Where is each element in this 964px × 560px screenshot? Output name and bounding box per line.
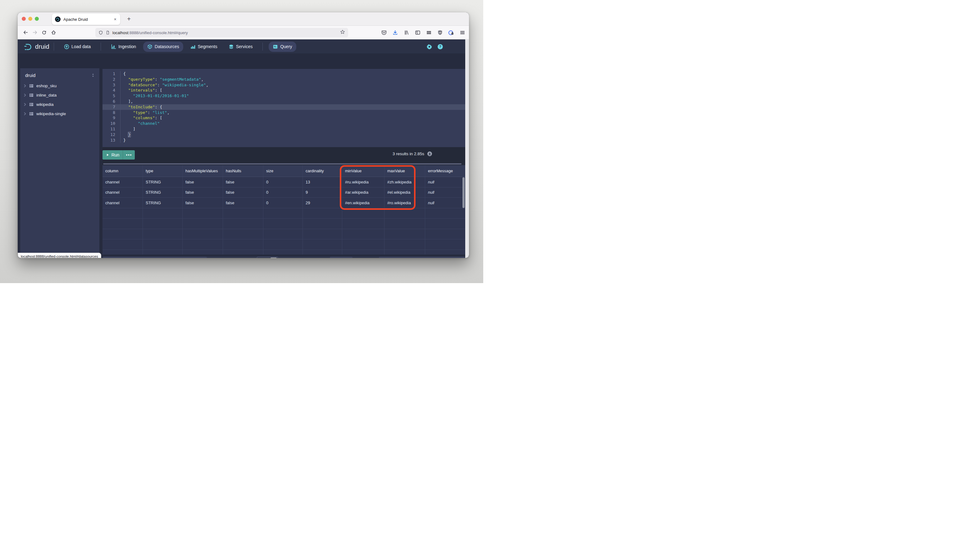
editor-line[interactable]: 10 "channel" bbox=[103, 121, 465, 127]
pocket-icon[interactable] bbox=[380, 29, 388, 37]
druid-logo[interactable]: druid bbox=[24, 43, 49, 50]
editor-line[interactable]: 3 "dataSource": "wikipedia-single", bbox=[103, 82, 465, 88]
tab-title: Apache Druid bbox=[64, 17, 113, 22]
nav-item-datasources[interactable]: Datasources bbox=[143, 42, 183, 52]
table-empty-cell bbox=[303, 208, 342, 219]
chevron-right-icon[interactable] bbox=[23, 102, 27, 107]
download-results-icon[interactable] bbox=[427, 151, 432, 156]
editor-line[interactable]: 9 "columns": [ bbox=[103, 115, 465, 121]
table-cell: STRING bbox=[143, 198, 182, 208]
code-text: "dataSource": "wikipedia-single", bbox=[120, 82, 208, 88]
editor-line[interactable]: 1{ bbox=[103, 71, 465, 77]
page-number-input[interactable]: 1 bbox=[257, 257, 278, 258]
sidebar-item-eshop_sku[interactable]: eshop_sku bbox=[20, 81, 99, 90]
table-row[interactable]: channelSTRINGfalsefalse013#ru.wikipedia#… bbox=[103, 177, 465, 187]
gear-icon[interactable] bbox=[427, 44, 432, 50]
sidebar-toggle-icon[interactable] bbox=[414, 29, 422, 37]
shield-icon[interactable] bbox=[98, 31, 103, 35]
editor-line[interactable]: 2 "queryType": "segmentMetadata", bbox=[103, 77, 465, 82]
nav-item-services[interactable]: Services bbox=[225, 42, 257, 52]
page-spinner[interactable] bbox=[270, 258, 277, 258]
code-text: } bbox=[120, 138, 126, 143]
tab-close-icon[interactable]: × bbox=[113, 17, 117, 22]
nav-item-query[interactable]: Query bbox=[269, 42, 296, 52]
url-text[interactable]: localhost:8888/unified-console.html#quer… bbox=[112, 31, 338, 35]
app-header: druid Load dataIngestionDatasourcesSegme… bbox=[18, 40, 465, 54]
bars-icon bbox=[191, 44, 195, 49]
table-header-hasMultipleValues[interactable]: hasMultipleValues bbox=[182, 165, 223, 177]
table-empty-cell bbox=[263, 229, 303, 239]
forward-icon[interactable] bbox=[30, 28, 39, 37]
chevron-right-icon[interactable] bbox=[23, 84, 27, 88]
vertical-scrollbar[interactable] bbox=[462, 177, 465, 208]
download-icon[interactable] bbox=[391, 29, 399, 37]
editor-line[interactable]: 5 "2013-01-01/2016-01-01" bbox=[103, 93, 465, 99]
editor-line[interactable]: 7 "toInclude": { bbox=[103, 104, 465, 110]
code-text: "channel" bbox=[120, 121, 160, 127]
table-cell: false bbox=[182, 187, 223, 198]
code-text: } bbox=[120, 132, 130, 138]
table-row[interactable]: channelSTRINGfalsefalse09#ar.wikipedia#e… bbox=[103, 187, 465, 198]
back-icon[interactable] bbox=[21, 28, 30, 37]
nav-item-load-data[interactable]: Load data bbox=[60, 42, 95, 52]
table-row[interactable]: channelSTRINGfalsefalse029#en.wikipedia#… bbox=[103, 198, 465, 208]
nav-item-segments[interactable]: Segments bbox=[186, 42, 221, 52]
table-cell: #el.wikipedia bbox=[384, 187, 425, 198]
url-bar[interactable]: localhost:8888/unified-console.html#quer… bbox=[95, 28, 348, 37]
table-header-minValue[interactable]: minValue bbox=[342, 165, 384, 177]
sidebar-item-wikipedia-single[interactable]: wikipedia-single bbox=[20, 109, 99, 118]
table-header-errorMessage[interactable]: errorMessage bbox=[425, 165, 465, 177]
horizontal-scrollbar[interactable] bbox=[103, 163, 461, 164]
page-icon bbox=[106, 31, 110, 35]
table-empty-row bbox=[103, 239, 465, 250]
page-scroll-gutter[interactable] bbox=[465, 39, 469, 258]
sidebar-item-wikipedia[interactable]: wikipedia bbox=[20, 100, 99, 109]
sidebar-title-row[interactable]: druid bbox=[20, 68, 99, 81]
table-header-size[interactable]: size bbox=[263, 165, 303, 177]
minimize-window-button[interactable] bbox=[28, 17, 32, 21]
sort-icon[interactable] bbox=[91, 73, 95, 77]
main-nav: Load dataIngestionDatasourcesSegmentsSer… bbox=[49, 40, 298, 54]
editor-line[interactable]: 12 } bbox=[103, 132, 465, 138]
sidebar-item-inline_data[interactable]: inline_data bbox=[20, 90, 99, 100]
previous-page-button[interactable]: Previous bbox=[103, 257, 207, 258]
sidebar-item-label: inline_data bbox=[36, 93, 57, 97]
editor-line[interactable]: 11 ] bbox=[103, 127, 465, 132]
menu-icon[interactable] bbox=[458, 29, 466, 37]
table-header-column[interactable]: column bbox=[103, 165, 143, 177]
close-window-button[interactable] bbox=[22, 17, 26, 21]
table-header-cardinality[interactable]: cardinality bbox=[303, 165, 342, 177]
table-header-maxValue[interactable]: maxValue bbox=[384, 165, 425, 177]
run-more-button[interactable]: ●●● bbox=[123, 150, 135, 159]
nav-item-ingestion[interactable]: Ingestion bbox=[107, 42, 140, 52]
chevron-right-icon[interactable] bbox=[23, 93, 27, 97]
editor-line[interactable]: 8 "type": "list", bbox=[103, 110, 465, 115]
library-icon[interactable] bbox=[402, 29, 410, 37]
bookmark-star-icon[interactable] bbox=[340, 29, 345, 36]
editor-line[interactable]: 4 "intervals": [ bbox=[103, 88, 465, 93]
editor-line[interactable]: 13} bbox=[103, 138, 465, 143]
line-number: 9 bbox=[103, 115, 120, 121]
zoom-window-button[interactable] bbox=[35, 17, 39, 21]
new-tab-button[interactable]: + bbox=[125, 15, 133, 24]
next-page-button[interactable]: Next bbox=[379, 257, 465, 258]
extensions-icon[interactable] bbox=[425, 29, 433, 37]
sidebar-item-label: wikipedia-single bbox=[36, 112, 66, 116]
chevron-right-icon[interactable] bbox=[23, 112, 27, 116]
table-empty-cell bbox=[223, 239, 263, 250]
editor-line[interactable]: 6 ], bbox=[103, 99, 465, 104]
help-icon[interactable]: ? bbox=[437, 44, 443, 50]
query-editor[interactable]: 1{2 "queryType": "segmentMetadata",3 "da… bbox=[103, 69, 465, 147]
onepassword-icon[interactable] bbox=[447, 29, 455, 37]
rows-per-page-select[interactable]: 20 rows bbox=[330, 257, 352, 258]
run-button[interactable]: Run bbox=[103, 150, 123, 159]
ublock-icon[interactable]: uO bbox=[436, 29, 444, 37]
sidebar-item-label: eshop_sku bbox=[36, 83, 57, 88]
table-header-type[interactable]: type bbox=[143, 165, 182, 177]
home-icon[interactable] bbox=[49, 28, 58, 37]
table-header-hasNulls[interactable]: hasNulls bbox=[223, 165, 263, 177]
upload-icon bbox=[64, 44, 69, 49]
reload-icon[interactable] bbox=[39, 28, 49, 37]
table-empty-cell bbox=[103, 239, 143, 250]
browser-tab[interactable]: Apache Druid × bbox=[52, 14, 120, 25]
